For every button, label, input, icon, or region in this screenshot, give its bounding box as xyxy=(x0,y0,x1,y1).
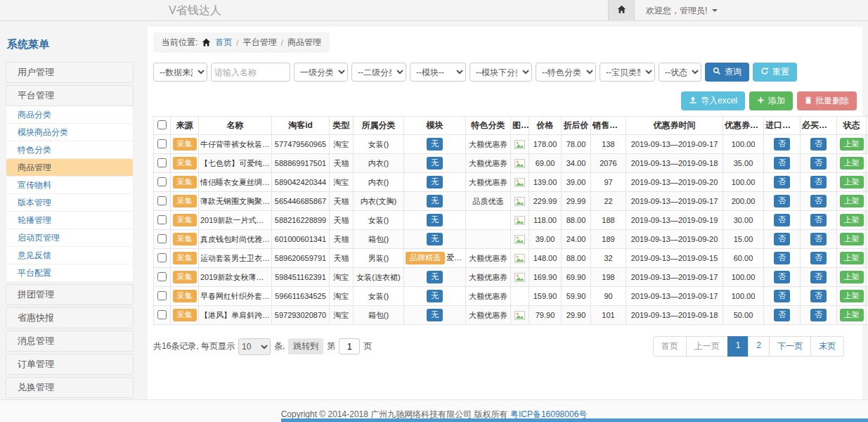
status-badge[interactable]: 上架 xyxy=(840,252,864,264)
jump-to-button[interactable]: 跳转到 xyxy=(288,338,323,354)
import-select-cell[interactable]: 否 xyxy=(764,268,801,287)
page-button[interactable]: 上一页 xyxy=(686,336,728,357)
row-checkbox[interactable] xyxy=(157,158,167,167)
must-buy-cell[interactable]: 否 xyxy=(801,287,837,306)
sidebar-item[interactable]: 宣传物料 xyxy=(6,177,134,194)
jump-page-input[interactable] xyxy=(339,338,360,354)
status-badge[interactable]: 上架 xyxy=(840,138,864,150)
must-buy-cell[interactable]: 否 xyxy=(801,268,837,287)
sidebar-item[interactable]: 商品分类 xyxy=(6,106,134,124)
must-buy-badge[interactable]: 否 xyxy=(810,157,827,169)
import-select-badge[interactable]: 否 xyxy=(774,138,790,150)
select-all-checkbox[interactable] xyxy=(157,120,167,129)
status-badge[interactable]: 上架 xyxy=(840,214,864,226)
page-button[interactable]: 首页 xyxy=(653,336,687,357)
import-select-badge[interactable]: 否 xyxy=(774,271,790,283)
must-buy-cell[interactable]: 否 xyxy=(801,230,837,249)
page-button[interactable]: 2 xyxy=(748,336,770,357)
sidebar-item[interactable]: 模块商品分类 xyxy=(6,124,134,141)
status-cell[interactable]: 上架 xyxy=(837,173,867,192)
status-select[interactable]: --状态-- xyxy=(659,63,701,82)
status-badge[interactable]: 上架 xyxy=(840,290,864,302)
breadcrumb-home-link[interactable]: 首页 xyxy=(215,37,232,49)
checkbox-cell[interactable] xyxy=(154,173,171,192)
status-cell[interactable]: 上架 xyxy=(837,135,867,154)
import-select-cell[interactable]: 否 xyxy=(764,306,801,325)
status-cell[interactable]: 上架 xyxy=(837,249,867,268)
module-select[interactable]: --模块-- xyxy=(410,63,466,82)
row-checkbox[interactable] xyxy=(157,272,167,281)
import-select-badge[interactable]: 否 xyxy=(774,195,790,207)
status-badge[interactable]: 上架 xyxy=(840,309,864,321)
import-select-cell[interactable]: 否 xyxy=(764,230,801,249)
must-buy-cell[interactable]: 否 xyxy=(801,135,837,154)
sidebar-item[interactable]: 兑换管理 xyxy=(6,377,134,398)
sidebar-item[interactable]: 意见反馈 xyxy=(6,247,134,264)
status-cell[interactable]: 上架 xyxy=(837,192,867,211)
checkbox-cell[interactable] xyxy=(154,135,171,154)
sidebar-item[interactable]: 版本管理 xyxy=(6,194,134,212)
row-checkbox[interactable] xyxy=(157,253,167,262)
sidebar-item[interactable]: 订单管理 xyxy=(6,354,134,375)
must-buy-cell[interactable]: 否 xyxy=(801,211,837,230)
sidebar-item[interactable]: 特色分类 xyxy=(6,141,134,159)
must-buy-cell[interactable]: 否 xyxy=(801,192,837,211)
icp-link[interactable]: 粤ICP备16098006号 xyxy=(510,409,587,419)
home-button[interactable] xyxy=(608,0,635,21)
status-cell[interactable]: 上架 xyxy=(837,230,867,249)
must-buy-cell[interactable]: 否 xyxy=(801,173,837,192)
checkbox-cell[interactable] xyxy=(154,211,171,230)
sidebar-item[interactable]: 消息管理 xyxy=(6,331,134,352)
status-badge[interactable]: 上架 xyxy=(840,233,864,245)
import-excel-button[interactable]: 导入excel xyxy=(681,91,745,110)
must-buy-badge[interactable]: 否 xyxy=(810,290,827,302)
page-button[interactable]: 末页 xyxy=(810,336,844,357)
must-buy-cell[interactable]: 否 xyxy=(801,249,837,268)
checkbox-cell[interactable] xyxy=(154,230,171,249)
import-select-cell[interactable]: 否 xyxy=(764,249,801,268)
row-checkbox[interactable] xyxy=(157,215,167,224)
checkbox-cell[interactable] xyxy=(154,287,171,306)
sidebar-item[interactable]: 启动页管理 xyxy=(6,229,134,247)
sidebar-item[interactable]: 平台配置 xyxy=(6,264,134,282)
checkbox-cell[interactable] xyxy=(154,154,171,173)
status-badge[interactable]: 上架 xyxy=(840,157,864,169)
user-menu[interactable]: 欢迎您，管理员! xyxy=(635,0,729,21)
module-sub-select[interactable]: --模块下分类-- xyxy=(469,63,532,82)
batch-delete-button[interactable]: 批量删除 xyxy=(797,91,857,110)
sidebar-item[interactable]: 平台管理 xyxy=(6,85,134,106)
page-button[interactable]: 下一页 xyxy=(769,336,811,357)
row-checkbox[interactable] xyxy=(157,196,167,205)
checkbox-cell[interactable] xyxy=(154,249,171,268)
import-select-badge[interactable]: 否 xyxy=(774,214,790,226)
data-source-select[interactable]: --数据来源-- xyxy=(153,63,207,82)
level1-category-select[interactable]: 一级分类 xyxy=(294,63,348,82)
must-buy-badge[interactable]: 否 xyxy=(810,176,827,188)
page-button[interactable]: 1 xyxy=(727,336,749,357)
checkbox-cell[interactable] xyxy=(154,306,171,325)
must-buy-badge[interactable]: 否 xyxy=(810,214,827,226)
checkbox-cell[interactable] xyxy=(154,192,171,211)
import-select-badge[interactable]: 否 xyxy=(774,176,790,188)
must-buy-badge[interactable]: 否 xyxy=(810,309,827,321)
row-checkbox[interactable] xyxy=(157,177,167,186)
row-checkbox[interactable] xyxy=(157,291,167,300)
import-select-badge[interactable]: 否 xyxy=(774,309,790,321)
status-cell[interactable]: 上架 xyxy=(837,287,867,306)
row-checkbox[interactable] xyxy=(157,310,167,319)
add-button[interactable]: 添加 xyxy=(749,91,793,110)
checkbox-cell[interactable] xyxy=(154,268,171,287)
status-cell[interactable]: 上架 xyxy=(837,154,867,173)
import-select-cell[interactable]: 否 xyxy=(764,154,801,173)
name-search-input[interactable] xyxy=(211,63,290,82)
must-buy-badge[interactable]: 否 xyxy=(810,252,827,264)
status-cell[interactable]: 上架 xyxy=(837,211,867,230)
must-buy-badge[interactable]: 否 xyxy=(810,271,827,283)
sidebar-item[interactable]: 用户管理 xyxy=(6,62,134,83)
status-badge[interactable]: 上架 xyxy=(840,195,864,207)
status-badge[interactable]: 上架 xyxy=(840,271,864,283)
import-select-cell[interactable]: 否 xyxy=(764,287,801,306)
import-select-cell[interactable]: 否 xyxy=(764,211,801,230)
status-cell[interactable]: 上架 xyxy=(837,306,867,325)
must-buy-badge[interactable]: 否 xyxy=(810,138,827,150)
